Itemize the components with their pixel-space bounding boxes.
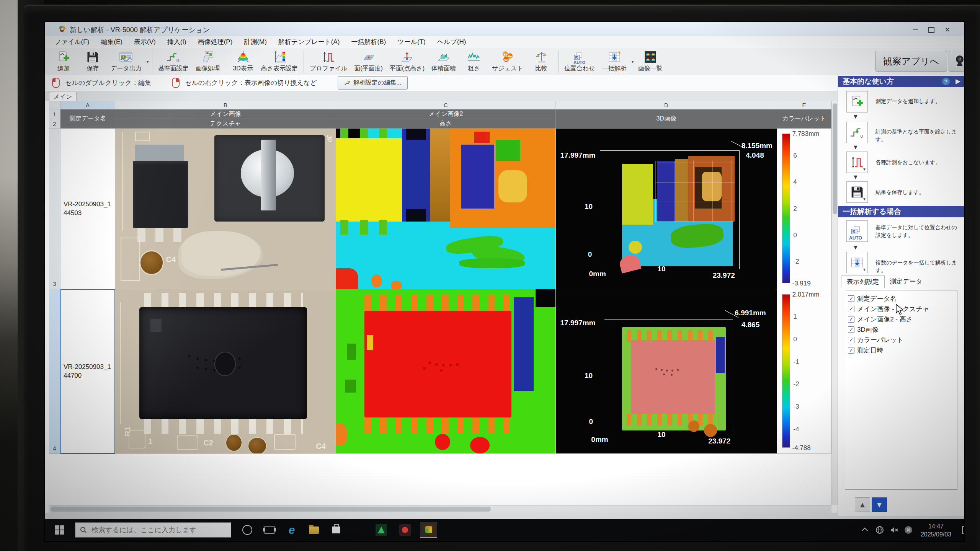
row2-palette-cell[interactable]: 2.017mm 1 0 -1 -2 -3 -4 -4.788 (777, 289, 831, 454)
row1-palette-cell[interactable]: 7.783mm 6 4 2 0 -2 -3.919 (777, 129, 831, 289)
notification-center-button[interactable]: 1 (959, 522, 964, 538)
header-color-palette[interactable]: カラーパレット (777, 109, 831, 129)
tab-display-columns[interactable]: 表示列設定 (841, 276, 885, 288)
observe-app-button[interactable]: 観察アプリへ (875, 51, 947, 72)
toolbar-image-list-button[interactable]: 画像一覧 (635, 48, 666, 75)
edge-button[interactable]: e (283, 522, 300, 538)
help-icon[interactable]: ? (942, 78, 950, 85)
check-row-3d-image[interactable]: ✓3D画像 (848, 325, 879, 334)
toolbar-align-button[interactable]: AUTO 位置合わせ (561, 48, 599, 75)
toolbar-roughness-button[interactable]: 粗さ (459, 48, 488, 75)
toolbar-data-export-button[interactable]: データ出力 (107, 48, 145, 75)
column-header-c[interactable]: C (336, 101, 556, 109)
step-add-data-button[interactable] (846, 91, 868, 112)
save-dropdown-icon[interactable]: ▼ (862, 197, 866, 201)
maximize-button[interactable] (925, 25, 938, 34)
row-header-1[interactable]: 1 (49, 109, 60, 119)
check-row-color-palette[interactable]: ✓カラーパレット (848, 335, 903, 344)
sheet-tab-main[interactable]: メイン (49, 92, 77, 101)
row1-texture-image-cell[interactable]: C4 JP (115, 129, 336, 289)
step-measure-button[interactable]: ▼ (846, 152, 868, 173)
menu-batch-analysis[interactable]: 一括解析(B) (351, 37, 386, 46)
batch-dropdown-icon[interactable]: ▼ (862, 267, 866, 272)
step-datum-plane-button[interactable]: 0 (846, 122, 868, 143)
toolbar-save-button[interactable]: 保存 (78, 48, 107, 75)
menu-measure[interactable]: 計測(M) (244, 37, 266, 46)
vr-analysis-app-button-active[interactable] (420, 522, 437, 538)
checkbox-checked-icon[interactable]: ✓ (848, 306, 854, 312)
edit-analysis-settings-button[interactable]: 解析設定の編集... (338, 76, 408, 90)
minimize-button[interactable] (909, 25, 922, 34)
toolbar-point-height-button[interactable]: 平面(点高さ) (386, 48, 428, 75)
menu-tools[interactable]: ツール(T) (397, 37, 426, 46)
column-header-e[interactable]: E (777, 101, 831, 109)
measure-dropdown-icon[interactable]: ▼ (862, 167, 866, 171)
vertical-scrollbar-thumb[interactable] (833, 103, 837, 214)
toolbar-datum-plane-button[interactable]: 0 基準面設定 (155, 48, 192, 75)
start-button[interactable] (51, 522, 68, 538)
check-row-name[interactable]: ✓測定データ名 (848, 294, 897, 303)
collapse-arrow-icon[interactable]: ▶ (956, 77, 960, 85)
toolbar-compare-button[interactable]: 比較 (527, 48, 556, 75)
check-row-main-image[interactable]: ✓メイン画像 - テクスチャ (848, 304, 929, 313)
toolbar-height-display-button[interactable]: 高さ表示設定 (258, 48, 301, 75)
batch-analysis-dropdown-icon[interactable]: ▼ (631, 60, 635, 64)
menu-analysis-template[interactable]: 解析テンプレート(A) (278, 37, 340, 46)
checkbox-checked-icon[interactable]: ✓ (848, 347, 854, 354)
row2-name-cell-selected[interactable]: VR-20250903_144700 (60, 289, 115, 454)
menu-edit[interactable]: 編集(E) (101, 37, 122, 46)
data-export-dropdown-icon[interactable]: ▼ (146, 60, 150, 64)
tray-expand-button[interactable] (860, 522, 871, 538)
task-view-button[interactable] (261, 522, 278, 538)
toolbar-3d-view-button[interactable]: 3D表示 (229, 48, 258, 75)
search-input[interactable] (91, 526, 219, 535)
step-save-button[interactable]: ▼ (846, 181, 868, 203)
checkbox-checked-icon[interactable]: ✓ (848, 337, 854, 343)
row-header-4-selected[interactable]: 4 (49, 289, 60, 454)
menu-help[interactable]: ヘルプ(H) (437, 37, 466, 46)
toolbar-add-button[interactable]: 追加 (49, 48, 78, 75)
toolbar-flatness-button[interactable]: 面(平面度) (351, 48, 386, 75)
vr-app1-button[interactable] (373, 522, 390, 538)
row-header-3[interactable]: 3 (49, 129, 60, 289)
header-main-image[interactable]: メイン画像 (115, 109, 336, 119)
row2-heightmap-image-cell[interactable] (336, 289, 556, 454)
step-batch-run-button[interactable]: ▼ (846, 252, 868, 273)
header-name[interactable]: 測定データ名 (60, 109, 115, 129)
row2-texture-image-cell[interactable]: R1 1 C2 C4 (115, 289, 336, 454)
column-header-b[interactable]: B (115, 101, 336, 109)
column-header-a[interactable]: A (60, 101, 115, 109)
store-button[interactable] (328, 522, 345, 538)
toolbar-image-processing-button[interactable]: 画像処理 (192, 48, 224, 75)
taskbar-clock[interactable]: 14:47 2025/09/03 (915, 523, 957, 539)
taskbar-search-box[interactable] (75, 522, 231, 538)
header-texture[interactable]: テクスチャ (115, 119, 336, 129)
menu-view[interactable]: 表示(V) (134, 37, 156, 46)
row1-heightmap-image-cell[interactable] (336, 129, 556, 289)
row1-name-cell[interactable]: VR-20250903_144503 (60, 129, 115, 289)
step-auto-align-button[interactable]: AUTO (846, 220, 868, 242)
header-height[interactable]: 高さ (336, 119, 556, 129)
menu-image-processing[interactable]: 画像処理(P) (198, 37, 233, 46)
network-button[interactable] (873, 522, 887, 538)
observe-camera-button[interactable] (949, 51, 964, 72)
corner-cell[interactable] (49, 101, 60, 109)
volume-muted-button[interactable] (887, 522, 901, 538)
row-header-2[interactable]: 2 (49, 119, 60, 129)
checkbox-checked-icon[interactable]: ✓ (848, 326, 854, 333)
move-down-button[interactable]: ▼ (872, 497, 887, 512)
vertical-scrollbar[interactable] (831, 101, 838, 505)
menu-file[interactable]: ファイル(F) (54, 37, 89, 46)
tab-measurement-data[interactable]: 測定データ (886, 276, 926, 287)
checkbox-checked-icon[interactable]: ✓ (848, 316, 854, 323)
header-3d-image[interactable]: 3D画像 (556, 109, 777, 129)
cortana-button[interactable] (239, 522, 256, 538)
horizontal-scrollbar[interactable] (49, 505, 831, 513)
check-row-main-image2[interactable]: ✓メイン画像2 - 高さ (848, 315, 913, 324)
tray-app-button[interactable] (902, 522, 915, 538)
check-row-datetime[interactable]: ✓測定日時 (848, 346, 883, 355)
toolbar-volume-area-button[interactable]: 体積面積 (428, 48, 459, 75)
horizontal-scrollbar-thumb[interactable] (51, 507, 491, 512)
file-explorer-button[interactable] (305, 522, 322, 538)
close-button[interactable]: × (941, 25, 954, 34)
